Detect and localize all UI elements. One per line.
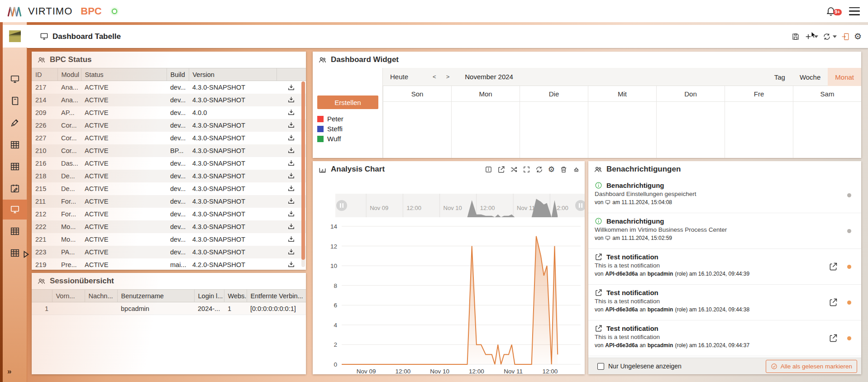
- notification-body: This is a test notification: [595, 334, 834, 340]
- download-icon[interactable]: [287, 210, 295, 218]
- download-icon[interactable]: [287, 248, 295, 256]
- column-header-login[interactable]: Login l...: [194, 290, 224, 302]
- sidebar-item-calendar[interactable]: [3, 178, 27, 198]
- prev-month-button[interactable]: <: [433, 73, 436, 80]
- unread-only-checkbox[interactable]: [597, 363, 604, 370]
- table-row[interactable]: 223PA...ACTIVEdev...4.3.0-SNAPSHOT: [32, 246, 306, 258]
- table-row[interactable]: 214Ana...ACTIVEdev...4.3.0-SNAPSHOT: [32, 94, 306, 106]
- column-header-benutzername[interactable]: Benutzername: [117, 290, 194, 302]
- mark-all-read-button[interactable]: Alle als gelesen markieren: [766, 360, 857, 373]
- sidebar-item-monitor-1[interactable]: [3, 69, 27, 89]
- table-icon: [10, 162, 20, 172]
- column-header-modul[interactable]: Modul: [57, 68, 81, 81]
- gear-icon[interactable]: ⚙: [548, 166, 555, 173]
- download-icon[interactable]: [287, 109, 295, 116]
- download-icon[interactable]: [287, 159, 295, 167]
- calendar-day-cell[interactable]: [656, 102, 725, 158]
- sidebar-item-table-2[interactable]: [3, 157, 27, 177]
- notification-item[interactable]: Test notification This is a test notific…: [588, 320, 861, 356]
- table-scrollbar[interactable]: [301, 81, 305, 267]
- download-icon[interactable]: [287, 261, 295, 268]
- table-row[interactable]: 217Ana...ACTIVEdev...4.3.0-SNAPSHOT: [32, 81, 306, 94]
- notifications-bell-button[interactable]: 9+: [825, 5, 837, 17]
- table-row[interactable]: 209AP...ACTIVEdev...4.0.0: [32, 106, 306, 119]
- shuffle-icon[interactable]: [510, 166, 518, 173]
- notification-item[interactable]: Benachrichtigung Willkommen im Virtimo B…: [588, 213, 861, 249]
- table-row[interactable]: 227Cor...ACTIVEdev...4.3.0-SNAPSHOT: [32, 132, 306, 144]
- calendar-day-cell[interactable]: [793, 102, 861, 158]
- legend-item-peter[interactable]: Peter: [317, 115, 343, 123]
- sidebar-item-table-1[interactable]: [3, 135, 27, 155]
- calendar-day-cell[interactable]: [520, 102, 588, 158]
- sidebar-item-table-3[interactable]: [3, 221, 27, 241]
- users-icon: [594, 165, 602, 174]
- next-month-button[interactable]: >: [446, 73, 450, 80]
- save-dashboard-button[interactable]: [792, 33, 800, 41]
- today-button[interactable]: Heute: [390, 73, 408, 81]
- collapse-icon[interactable]: [572, 166, 580, 173]
- dashboard-settings-button[interactable]: ⚙: [854, 32, 862, 41]
- column-header-id[interactable]: ID: [32, 68, 57, 81]
- column-header-verbindung[interactable]: Entfernte Verbin...: [247, 290, 306, 302]
- refresh-icon[interactable]: [535, 166, 543, 173]
- sidebar-item-pen[interactable]: [3, 113, 27, 133]
- sidebar-expand-button[interactable]: »: [7, 367, 11, 376]
- open-notification-button[interactable]: [829, 262, 838, 271]
- trash-icon[interactable]: [560, 166, 568, 173]
- calendar-day-cell[interactable]: [588, 102, 656, 158]
- column-header-status[interactable]: Status: [81, 68, 167, 81]
- download-icon[interactable]: [287, 84, 295, 91]
- table-row[interactable]: 1 bpcadmin 2024-... 1 [0:0:0:0:0:0:0:1]: [32, 302, 306, 315]
- info-icon[interactable]: [485, 166, 492, 173]
- table-row[interactable]: 215De...ACTIVEdev...4.3.0-SNAPSHOT: [32, 182, 306, 195]
- column-header-build[interactable]: Build: [167, 68, 189, 81]
- fullscreen-icon[interactable]: [523, 166, 530, 173]
- notification-item[interactable]: Benachrichtigung Dashboard Einstellungen…: [588, 177, 861, 213]
- bar-chart-icon: [318, 165, 327, 174]
- download-icon[interactable]: [287, 96, 295, 104]
- month-label: November 2024: [465, 73, 513, 81]
- sidebar-item-table-4[interactable]: [3, 243, 27, 263]
- legend-item-steffi[interactable]: Steffi: [317, 125, 343, 133]
- column-header-nachname[interactable]: Nachn...: [85, 290, 117, 302]
- main-menu-button[interactable]: [849, 7, 860, 15]
- table-row[interactable]: 212For...ACTIVEdev...4.3.0-SNAPSHOT: [32, 208, 306, 220]
- calendar-day-cell[interactable]: [383, 102, 451, 158]
- import-dashboard-button[interactable]: [841, 33, 849, 41]
- legend-item-wuff[interactable]: Wuff: [317, 135, 343, 143]
- sidebar-item-book[interactable]: [3, 91, 27, 111]
- table-row[interactable]: 218De...ACTIVEdev...4.3.0-SNAPSHOT: [32, 170, 306, 182]
- table-row[interactable]: 210Cor...ACTIVEBP...4.3.0-SNAPSHOT: [32, 144, 306, 157]
- calendar-day-cell[interactable]: [451, 102, 520, 158]
- table-row[interactable]: 221Mo...ACTIVEdev...4.3.0-SNAPSHOT: [32, 233, 306, 246]
- column-header-vorname[interactable]: Vorn...: [52, 290, 85, 302]
- table-row[interactable]: 211For...ACTIVEdev...4.3.0-SNAPSHOT: [32, 195, 306, 208]
- calendar-day-cell[interactable]: [725, 102, 793, 158]
- open-notification-button[interactable]: [829, 334, 838, 343]
- download-icon[interactable]: [287, 172, 295, 180]
- table-row[interactable]: 226Cor...ACTIVEdev...4.3.0-SNAPSHOT: [32, 119, 306, 132]
- notification-item[interactable]: Test notification This is a test notific…: [588, 249, 861, 285]
- download-icon[interactable]: [287, 197, 295, 205]
- download-icon[interactable]: [287, 235, 295, 243]
- create-event-button[interactable]: Erstellen: [317, 96, 378, 109]
- download-icon[interactable]: [287, 223, 295, 230]
- open-notification-button[interactable]: [829, 298, 838, 307]
- download-icon[interactable]: [287, 147, 295, 154]
- download-icon[interactable]: [287, 134, 295, 142]
- table-row[interactable]: 219Pre...ACTIVEmai...4.2.0-SNAPSHOT: [32, 258, 306, 270]
- table-row[interactable]: 216Das...ACTIVEdev...4.3.0-SNAPSHOT: [32, 157, 306, 170]
- download-icon[interactable]: [287, 185, 295, 192]
- notification-item[interactable]: Test notification This is a test notific…: [588, 285, 861, 320]
- workspace-avatar[interactable]: [3, 25, 27, 48]
- open-external-icon[interactable]: [497, 166, 505, 173]
- view-tag-button[interactable]: Tag: [767, 68, 792, 86]
- sidebar-item-dashboard-active[interactable]: [3, 200, 27, 220]
- view-woche-button[interactable]: Woche: [792, 68, 828, 86]
- column-header-websessions[interactable]: Webs...: [224, 290, 247, 302]
- view-monat-button[interactable]: Monat: [828, 68, 861, 86]
- column-header-version[interactable]: Version: [189, 68, 277, 81]
- download-icon[interactable]: [287, 121, 295, 129]
- table-row[interactable]: 222Mo...ACTIVEdev...4.3.0-SNAPSHOT: [32, 220, 306, 233]
- refresh-dashboard-button[interactable]: [823, 33, 837, 41]
